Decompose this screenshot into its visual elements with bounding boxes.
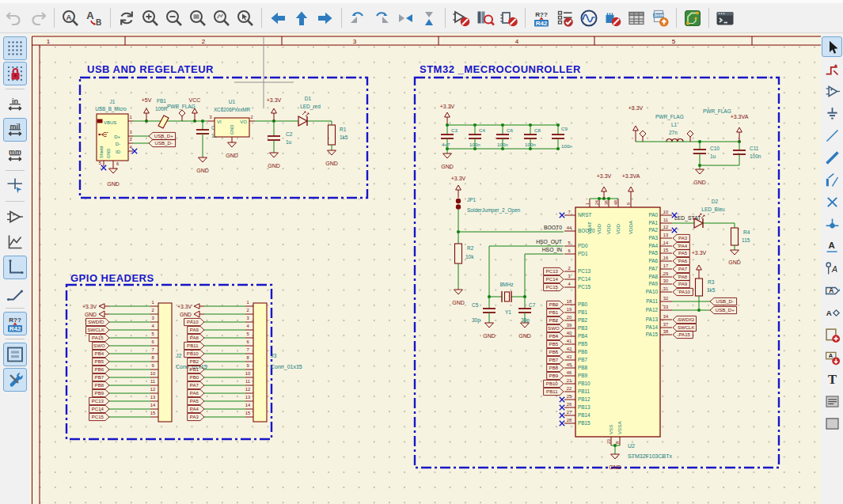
ref-c5[interactable]: C5 (472, 302, 479, 308)
global-label-text[interactable]: PA3 (190, 414, 199, 419)
global-label-text[interactable]: PA15 (92, 335, 104, 340)
pin-num[interactable]: 24 (594, 200, 599, 205)
global-label-text[interactable]: PA4 (190, 406, 199, 411)
resistor-body[interactable] (328, 125, 336, 145)
pin-num[interactable]: 27 (567, 410, 571, 415)
net-label-button[interactable]: A (822, 236, 842, 256)
j3-body[interactable] (253, 303, 267, 422)
u2-symbol[interactable]: U2STM32F103CBTxVBAT1VDD24VDD36VDD48VDDA9… (544, 173, 697, 470)
pin-num[interactable]: 31 (663, 286, 668, 291)
pin-num[interactable]: 9 (151, 363, 154, 368)
pin-num[interactable]: 30 (663, 279, 668, 283)
schematic-canvas[interactable]: 12345USB AND REGELATEURSTM32 _MECROCOUNR… (30, 33, 821, 504)
mirror-horizontal-button[interactable] (393, 6, 417, 30)
ref-r1[interactable]: R1 (340, 127, 347, 132)
show-annotations-button[interactable]: R??R42 (3, 312, 27, 335)
ruler-number[interactable]: 1 (47, 38, 51, 45)
value-r4[interactable]: 115 (742, 237, 750, 243)
pin-num[interactable]: 15 (663, 248, 668, 252)
pin-num[interactable]: 1 (585, 203, 590, 205)
pin-num[interactable]: 42 (567, 347, 571, 351)
global-label-text[interactable]: PB10 (187, 351, 199, 356)
pin-num[interactable]: 43 (567, 354, 571, 359)
pin-num[interactable]: 38 (663, 329, 668, 334)
global-label-button[interactable]: A (822, 280, 842, 301)
pin-num[interactable]: 2 (250, 115, 253, 119)
pin-num[interactable]: 2 (129, 137, 131, 142)
gnd-label[interactable]: GND (518, 333, 531, 339)
u2-pin-name[interactable]: PA5 (648, 250, 658, 256)
schematic-canvas-area[interactable]: 12345USB AND REGELATEURSTM32 _MECROCOUNR… (30, 33, 821, 504)
nav-up-button[interactable] (290, 6, 313, 30)
global-label-text[interactable]: PB8 (95, 382, 104, 388)
gnd-label[interactable]: GND (180, 312, 192, 317)
global-label-text[interactable]: PA9 (678, 281, 688, 286)
hierarchical-sheet-button[interactable] (822, 324, 842, 345)
power-label[interactable]: +3.3V (82, 304, 97, 309)
u2-pin-name[interactable]: PA11 (646, 298, 658, 304)
ref-cap[interactable]: C9 (561, 126, 568, 131)
schematic-setup-button[interactable] (3, 368, 27, 392)
gnd-label[interactable]: GND (85, 312, 97, 317)
net-class-directive-button[interactable]: A (822, 258, 842, 279)
net-label-hso-in[interactable]: HSO_IN (542, 247, 562, 253)
global-label-text[interactable]: PC15 (92, 414, 104, 419)
global-label-text[interactable]: PB4 (549, 333, 559, 339)
pin-num[interactable]: 10 (150, 371, 155, 376)
j1-pin-dp[interactable]: D+ (114, 135, 120, 139)
grid-overrides-button[interactable] (3, 62, 27, 85)
pin-num[interactable]: 3 (568, 274, 570, 279)
pin-num[interactable]: 39 (567, 323, 571, 328)
gnd-label[interactable]: GND (609, 464, 621, 470)
pin-num[interactable]: 15 (245, 411, 250, 415)
u2-pin-name[interactable]: PA4 (648, 243, 658, 248)
place-power-port-button[interactable] (822, 103, 842, 123)
power-label[interactable]: VCC (189, 97, 201, 103)
global-label-text[interactable]: PB11 (187, 343, 199, 348)
draw-rectangle-button[interactable] (822, 413, 842, 434)
pin-num[interactable]: 1 (151, 300, 154, 305)
pin-num[interactable]: 34 (663, 314, 669, 319)
rotate-cw-button[interactable] (370, 6, 393, 30)
j1-pin-gnd[interactable]: GND (106, 149, 111, 158)
pin-num[interactable]: 10 (663, 210, 668, 214)
u2-pin-name[interactable]: PB6 (578, 349, 588, 354)
value-cap[interactable]: 100n (525, 142, 536, 147)
zoom-selection-button[interactable] (234, 6, 257, 30)
pin-num[interactable]: 14 (663, 241, 669, 245)
power-label[interactable]: +3.3V (440, 104, 455, 109)
global-label-text[interactable]: PB9 (95, 390, 104, 396)
global-label-text[interactable]: PA6 (678, 258, 688, 263)
pin-num[interactable]: 44 (567, 225, 572, 230)
global-label-text[interactable]: PB5 (95, 358, 104, 364)
unit-mils-button[interactable]: mil (3, 118, 27, 142)
pin-num[interactable]: 9 (246, 363, 249, 368)
gnd-label[interactable]: GND (441, 164, 454, 169)
global-label-text[interactable]: SWO (548, 325, 560, 331)
gnd-label[interactable]: GND (107, 181, 120, 187)
pin-num[interactable]: 37 (663, 322, 668, 327)
global-label-text[interactable]: SWCLK (678, 324, 695, 330)
pin-num[interactable]: 8 (615, 441, 620, 444)
pin-num[interactable]: 7 (246, 347, 249, 352)
ref-r4[interactable]: R4 (743, 229, 750, 235)
u2-pin-name[interactable]: PB8 (578, 365, 588, 370)
ruler-number[interactable]: 3 (353, 38, 357, 45)
pin-num[interactable]: 3 (129, 130, 131, 135)
global-label-text[interactable]: PB9 (549, 373, 559, 378)
nav-back-button[interactable] (266, 6, 290, 30)
global-label-text[interactable]: PB7 (95, 374, 104, 380)
power-label[interactable]: +3.3V (451, 176, 466, 181)
place-textbox-button[interactable] (822, 391, 842, 411)
u2-pin-name[interactable]: PB0 (578, 301, 588, 307)
value-fb1[interactable]: 100R (155, 106, 168, 112)
u2-pin-name[interactable]: VSS (608, 425, 613, 434)
global-label-text[interactable]: PA15 (678, 332, 690, 337)
u2-pin-name[interactable]: PA15 (646, 332, 659, 337)
ref-c11[interactable]: C11 (750, 146, 759, 151)
led-triangle[interactable] (298, 116, 307, 126)
u2-pin-name[interactable]: NRST (578, 212, 591, 218)
u2-pin-name[interactable]: VSSA (617, 421, 622, 434)
u2-pin-name[interactable]: PB3 (578, 325, 588, 331)
gnd-label[interactable]: GND (196, 168, 209, 173)
